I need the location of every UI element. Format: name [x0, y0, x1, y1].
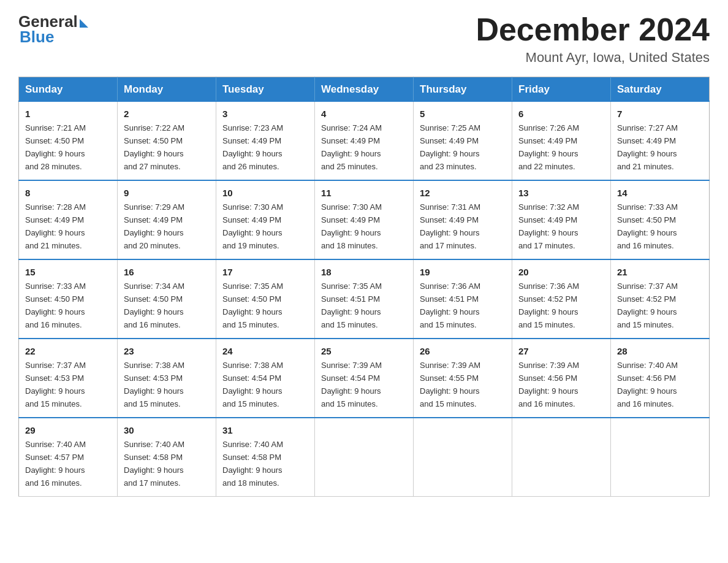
day-info: Sunrise: 7:36 AMSunset: 4:52 PMDaylight:…	[518, 282, 579, 329]
calendar-day-cell: 31Sunrise: 7:40 AMSunset: 4:58 PMDayligh…	[216, 418, 315, 496]
day-number: 1	[25, 107, 111, 121]
calendar-day-cell: 23Sunrise: 7:38 AMSunset: 4:53 PMDayligh…	[118, 339, 216, 418]
day-info: Sunrise: 7:40 AMSunset: 4:58 PMDaylight:…	[222, 440, 283, 488]
day-number: 17	[222, 265, 308, 279]
calendar-week-row: 22Sunrise: 7:37 AMSunset: 4:53 PMDayligh…	[19, 339, 710, 418]
day-info: Sunrise: 7:30 AMSunset: 4:49 PMDaylight:…	[222, 202, 283, 250]
calendar-day-cell: 15Sunrise: 7:33 AMSunset: 4:50 PMDayligh…	[19, 259, 118, 339]
calendar-day-cell: 2Sunrise: 7:22 AMSunset: 4:50 PMDaylight…	[118, 101, 216, 180]
calendar-day-cell: 26Sunrise: 7:39 AMSunset: 4:55 PMDayligh…	[414, 339, 512, 418]
day-number: 31	[222, 423, 308, 437]
calendar-day-cell: 22Sunrise: 7:37 AMSunset: 4:53 PMDayligh…	[19, 339, 118, 418]
calendar-day-cell: 21Sunrise: 7:37 AMSunset: 4:52 PMDayligh…	[611, 259, 710, 339]
calendar-day-cell	[611, 418, 710, 496]
calendar-title-section: December 2024 Mount Ayr, Iowa, United St…	[476, 12, 710, 66]
calendar-day-cell: 29Sunrise: 7:40 AMSunset: 4:57 PMDayligh…	[19, 418, 118, 496]
day-info: Sunrise: 7:23 AMSunset: 4:49 PMDaylight:…	[222, 123, 283, 171]
day-number: 7	[617, 107, 703, 121]
day-number: 27	[518, 344, 604, 358]
calendar-day-cell: 4Sunrise: 7:24 AMSunset: 4:49 PMDaylight…	[315, 101, 414, 180]
calendar-day-cell	[414, 418, 512, 496]
day-info: Sunrise: 7:40 AMSunset: 4:58 PMDaylight:…	[124, 440, 184, 488]
calendar-header-tuesday: Tuesday	[216, 77, 315, 102]
calendar-day-cell: 13Sunrise: 7:32 AMSunset: 4:49 PMDayligh…	[512, 180, 611, 259]
day-info: Sunrise: 7:33 AMSunset: 4:50 PMDaylight:…	[617, 202, 678, 250]
day-number: 13	[518, 186, 604, 200]
day-info: Sunrise: 7:40 AMSunset: 4:57 PMDaylight:…	[25, 440, 86, 488]
day-info: Sunrise: 7:26 AMSunset: 4:49 PMDaylight:…	[518, 123, 579, 171]
page-header: General Blue December 2024 Mount Ayr, Io…	[18, 12, 710, 66]
calendar-week-row: 1Sunrise: 7:21 AMSunset: 4:50 PMDaylight…	[19, 101, 710, 180]
day-number: 26	[420, 344, 506, 358]
day-info: Sunrise: 7:30 AMSunset: 4:49 PMDaylight:…	[321, 202, 382, 250]
calendar-header-thursday: Thursday	[414, 77, 512, 102]
day-info: Sunrise: 7:39 AMSunset: 4:54 PMDaylight:…	[321, 361, 382, 408]
day-number: 24	[222, 344, 308, 358]
calendar-header-row: SundayMondayTuesdayWednesdayThursdayFrid…	[19, 77, 710, 102]
day-info: Sunrise: 7:39 AMSunset: 4:56 PMDaylight:…	[518, 361, 579, 408]
logo: General Blue	[18, 12, 88, 47]
calendar-header-friday: Friday	[512, 77, 611, 102]
calendar-day-cell: 11Sunrise: 7:30 AMSunset: 4:49 PMDayligh…	[315, 180, 414, 259]
calendar-day-cell: 19Sunrise: 7:36 AMSunset: 4:51 PMDayligh…	[414, 259, 512, 339]
day-number: 4	[321, 107, 407, 121]
calendar-header-wednesday: Wednesday	[315, 77, 414, 102]
calendar-day-cell: 20Sunrise: 7:36 AMSunset: 4:52 PMDayligh…	[512, 259, 611, 339]
day-number: 9	[124, 186, 210, 200]
day-info: Sunrise: 7:34 AMSunset: 4:50 PMDaylight:…	[124, 282, 184, 329]
day-number: 11	[321, 186, 407, 200]
calendar-day-cell: 14Sunrise: 7:33 AMSunset: 4:50 PMDayligh…	[611, 180, 710, 259]
calendar-day-cell: 12Sunrise: 7:31 AMSunset: 4:49 PMDayligh…	[414, 180, 512, 259]
day-info: Sunrise: 7:31 AMSunset: 4:49 PMDaylight:…	[420, 202, 480, 250]
day-info: Sunrise: 7:25 AMSunset: 4:49 PMDaylight:…	[420, 123, 480, 171]
calendar-day-cell	[315, 418, 414, 496]
day-info: Sunrise: 7:37 AMSunset: 4:53 PMDaylight:…	[25, 361, 86, 408]
calendar-day-cell: 25Sunrise: 7:39 AMSunset: 4:54 PMDayligh…	[315, 339, 414, 418]
day-info: Sunrise: 7:39 AMSunset: 4:55 PMDaylight:…	[420, 361, 480, 408]
day-number: 28	[617, 344, 703, 358]
day-info: Sunrise: 7:24 AMSunset: 4:49 PMDaylight:…	[321, 123, 382, 171]
day-info: Sunrise: 7:35 AMSunset: 4:50 PMDaylight:…	[222, 282, 283, 329]
logo-arrow-icon	[80, 19, 88, 28]
day-number: 6	[518, 107, 604, 121]
calendar-day-cell: 1Sunrise: 7:21 AMSunset: 4:50 PMDaylight…	[19, 101, 118, 180]
calendar-header-sunday: Sunday	[19, 77, 118, 102]
day-info: Sunrise: 7:38 AMSunset: 4:54 PMDaylight:…	[222, 361, 283, 408]
calendar-title: December 2024	[476, 12, 710, 47]
calendar-day-cell: 7Sunrise: 7:27 AMSunset: 4:49 PMDaylight…	[611, 101, 710, 180]
day-number: 2	[124, 107, 210, 121]
day-number: 14	[617, 186, 703, 200]
day-number: 12	[420, 186, 506, 200]
day-number: 25	[321, 344, 407, 358]
calendar-day-cell: 30Sunrise: 7:40 AMSunset: 4:58 PMDayligh…	[118, 418, 216, 496]
day-number: 5	[420, 107, 506, 121]
day-info: Sunrise: 7:33 AMSunset: 4:50 PMDaylight:…	[25, 282, 86, 329]
day-info: Sunrise: 7:27 AMSunset: 4:49 PMDaylight:…	[617, 123, 678, 171]
day-info: Sunrise: 7:21 AMSunset: 4:50 PMDaylight:…	[25, 123, 86, 171]
day-number: 23	[124, 344, 210, 358]
day-number: 22	[25, 344, 111, 358]
day-info: Sunrise: 7:22 AMSunset: 4:50 PMDaylight:…	[124, 123, 184, 171]
day-number: 29	[25, 423, 111, 437]
calendar-week-row: 15Sunrise: 7:33 AMSunset: 4:50 PMDayligh…	[19, 259, 710, 339]
day-number: 18	[321, 265, 407, 279]
day-number: 19	[420, 265, 506, 279]
calendar-subtitle: Mount Ayr, Iowa, United States	[476, 50, 710, 66]
calendar-day-cell: 27Sunrise: 7:39 AMSunset: 4:56 PMDayligh…	[512, 339, 611, 418]
day-number: 15	[25, 265, 111, 279]
day-number: 20	[518, 265, 604, 279]
calendar-day-cell: 3Sunrise: 7:23 AMSunset: 4:49 PMDaylight…	[216, 101, 315, 180]
calendar-day-cell: 18Sunrise: 7:35 AMSunset: 4:51 PMDayligh…	[315, 259, 414, 339]
day-info: Sunrise: 7:40 AMSunset: 4:56 PMDaylight:…	[617, 361, 678, 408]
calendar-header-monday: Monday	[118, 77, 216, 102]
day-info: Sunrise: 7:38 AMSunset: 4:53 PMDaylight:…	[124, 361, 184, 408]
day-number: 3	[222, 107, 308, 121]
calendar-day-cell: 10Sunrise: 7:30 AMSunset: 4:49 PMDayligh…	[216, 180, 315, 259]
day-info: Sunrise: 7:29 AMSunset: 4:49 PMDaylight:…	[124, 202, 184, 250]
day-number: 16	[124, 265, 210, 279]
calendar-header-saturday: Saturday	[611, 77, 710, 102]
calendar-day-cell: 5Sunrise: 7:25 AMSunset: 4:49 PMDaylight…	[414, 101, 512, 180]
day-number: 21	[617, 265, 703, 279]
day-info: Sunrise: 7:36 AMSunset: 4:51 PMDaylight:…	[420, 282, 480, 329]
calendar-day-cell: 16Sunrise: 7:34 AMSunset: 4:50 PMDayligh…	[118, 259, 216, 339]
